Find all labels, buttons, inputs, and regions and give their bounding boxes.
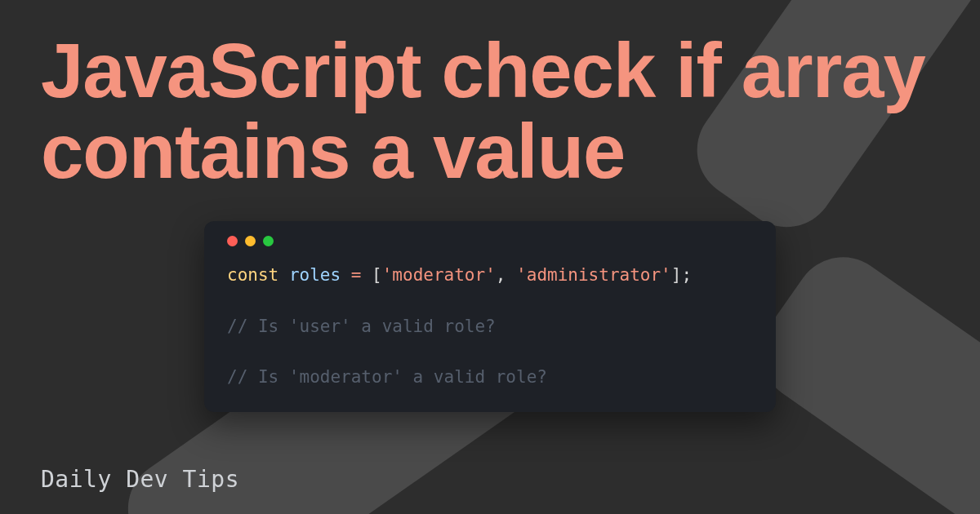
- window-controls: [227, 236, 753, 246]
- maximize-icon: [263, 236, 274, 246]
- close-icon: [227, 236, 238, 246]
- blank-line: [227, 339, 753, 365]
- article-title: JavaScript check if array contains a val…: [0, 0, 980, 192]
- code-token-punct: ,: [496, 265, 506, 285]
- code-block: const roles = ['moderator', 'administrat…: [227, 263, 753, 391]
- code-token-keyword: const: [227, 265, 278, 285]
- site-name: Daily Dev Tips: [41, 466, 239, 493]
- code-token-punct: ;: [681, 265, 692, 285]
- code-token-variable: roles: [289, 265, 341, 285]
- bg-shape: [742, 238, 980, 514]
- code-token-string: 'administrator': [516, 265, 671, 285]
- code-token-space: [361, 265, 372, 285]
- code-token-string: 'moderator': [382, 265, 496, 285]
- code-token-space: [278, 265, 289, 285]
- code-token-comment: // Is 'moderator' a valid role?: [227, 367, 547, 387]
- code-token-operator: =: [351, 265, 362, 285]
- code-token-punct: [: [372, 265, 382, 285]
- minimize-icon: [245, 236, 256, 246]
- code-window: const roles = ['moderator', 'administrat…: [204, 221, 776, 412]
- code-token-comment: // Is 'user' a valid role?: [227, 317, 496, 336]
- blank-line: [227, 289, 753, 314]
- code-token-punct: ]: [671, 265, 682, 285]
- code-token-space: [506, 265, 516, 285]
- code-token-space: [341, 265, 351, 285]
